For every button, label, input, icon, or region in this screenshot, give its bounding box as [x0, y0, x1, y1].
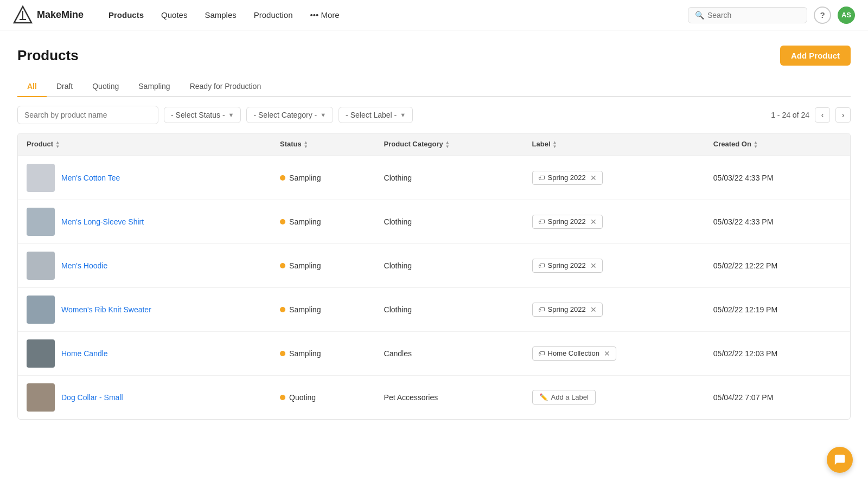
category-cell-4: Clothing [375, 287, 524, 331]
table-header-row: Product▲▼Status▲▼Product Category▲▼Label… [18, 133, 850, 156]
product-image [27, 383, 55, 412]
table-body: Men's Cotton Tee Sampling Clothing 🏷 Spr… [18, 156, 850, 419]
status-chevron-icon: ▼ [228, 112, 234, 118]
nav-item-production[interactable]: Production [246, 6, 301, 24]
th-created_on: Created On▲▼ [705, 133, 850, 156]
created-on-cell-3: 05/02/22 12:22 PM [705, 243, 850, 287]
product-cell-inner: Women's Rib Knit Sweater [27, 296, 263, 324]
search-input[interactable] [707, 11, 800, 20]
label-cell-4: 🏷 Spring 2022 ✕ [524, 287, 705, 331]
tab-quoting[interactable]: Quoting [82, 76, 129, 97]
pagination-next-button[interactable]: › [835, 107, 851, 123]
tag-icon: 🏷 [538, 174, 545, 182]
avatar[interactable]: AS [838, 7, 855, 24]
created-on-cell-4: 05/02/22 12:19 PM [705, 287, 850, 331]
product-name-link[interactable]: Men's Cotton Tee [61, 174, 120, 182]
category-filter[interactable]: - Select Category - ▼ [246, 107, 333, 123]
th-label: Label▲▼ [524, 133, 705, 156]
product-name-link[interactable]: Men's Long-Sleeve Shirt [61, 217, 144, 226]
label-remove-button[interactable]: ✕ [590, 217, 597, 226]
status-value: Sampling [280, 305, 367, 314]
label-text: Home Collection [548, 349, 599, 357]
product-cell-inner: Men's Hoodie [27, 252, 263, 280]
sort-icon-status[interactable]: ▲▼ [304, 140, 308, 149]
status-text: Sampling [289, 174, 321, 182]
page-title: Products [17, 47, 79, 64]
logo-icon [13, 5, 33, 25]
table-row: Home Candle Sampling Candles 🏷 Home Coll… [18, 331, 850, 375]
status-dot [280, 307, 285, 312]
pagination-prev-button[interactable]: ‹ [815, 107, 830, 123]
nav-item-samples[interactable]: Samples [197, 6, 244, 24]
status-dot [280, 263, 285, 268]
created-on-cell-2: 05/03/22 4:33 PM [705, 200, 850, 243]
product-image [27, 339, 55, 368]
tag-icon: 🏷 [538, 218, 545, 226]
product-cell-inner: Men's Cotton Tee [27, 164, 263, 192]
label-text: Spring 2022 [548, 261, 586, 269]
status-cell-1: Sampling [271, 156, 375, 200]
category-cell-2: Clothing [375, 200, 524, 243]
label-remove-button[interactable]: ✕ [590, 305, 597, 314]
product-name-link[interactable]: Men's Hoodie [61, 261, 107, 270]
label-text: Spring 2022 [548, 217, 586, 226]
label-tag: 🏷 Home Collection ✕ [532, 346, 616, 361]
status-dot [280, 351, 285, 356]
nav-item-more[interactable]: ••• More [303, 6, 347, 24]
label-remove-button[interactable]: ✕ [590, 261, 597, 270]
status-value: Sampling [280, 349, 367, 358]
product-cell-2: Men's Long-Sleeve Shirt [18, 200, 271, 243]
label-filter-label: - Select Label - [346, 111, 397, 119]
table-row: Men's Long-Sleeve Shirt Sampling Clothin… [18, 200, 850, 243]
label-remove-button[interactable]: ✕ [590, 174, 597, 182]
created-on-cell-5: 05/02/22 12:03 PM [705, 331, 850, 375]
nav-item-quotes[interactable]: Quotes [154, 6, 195, 24]
product-name-link[interactable]: Women's Rib Knit Sweater [61, 305, 151, 314]
category-filter-label: - Select Category - [253, 111, 317, 119]
tag-icon: 🏷 [538, 262, 545, 269]
label-remove-button[interactable]: ✕ [604, 349, 610, 358]
label-text: Spring 2022 [548, 174, 586, 182]
label-chevron-icon: ▼ [400, 112, 406, 118]
status-dot [280, 175, 285, 181]
logo[interactable]: MakeMine [13, 5, 84, 25]
table-row: Men's Hoodie Sampling Clothing 🏷 Spring … [18, 243, 850, 287]
label-tag: 🏷 Spring 2022 ✕ [532, 171, 603, 185]
sort-icon-label[interactable]: ▲▼ [553, 140, 557, 149]
tab-all[interactable]: All [17, 76, 47, 97]
category-cell-3: Clothing [375, 243, 524, 287]
status-filter-label: - Select Status - [171, 111, 225, 119]
status-cell-2: Sampling [271, 200, 375, 243]
status-cell-5: Sampling [271, 331, 375, 375]
help-button[interactable]: ? [814, 7, 831, 24]
products-table-wrap: Product▲▼Status▲▼Product Category▲▼Label… [17, 133, 851, 420]
product-name-link[interactable]: Dog Collar - Small [61, 393, 123, 402]
table-header: Product▲▼Status▲▼Product Category▲▼Label… [18, 133, 850, 156]
tab-ready[interactable]: Ready for Production [180, 76, 271, 97]
search-box[interactable]: 🔍 [688, 7, 807, 23]
sort-icon-product[interactable]: ▲▼ [55, 140, 60, 149]
product-search-input[interactable] [17, 106, 158, 124]
sort-icon-category[interactable]: ▲▼ [445, 140, 450, 149]
status-text: Sampling [289, 305, 321, 314]
add-label-button[interactable]: ✏️ Add a Label [532, 390, 596, 404]
label-cell-2: 🏷 Spring 2022 ✕ [524, 200, 705, 243]
product-image [27, 164, 55, 192]
status-value: Quoting [280, 393, 367, 402]
add-product-button[interactable]: Add Product [780, 46, 851, 66]
tag-icon: 🏷 [538, 306, 545, 313]
tab-draft[interactable]: Draft [47, 76, 82, 97]
nav-item-products[interactable]: Products [101, 6, 151, 24]
status-filter[interactable]: - Select Status - ▼ [164, 107, 241, 123]
created-on-cell-6: 05/04/22 7:07 PM [705, 375, 850, 419]
navbar-right: 🔍 ? AS [688, 7, 855, 24]
product-cell-4: Women's Rib Knit Sweater [18, 287, 271, 331]
page-header: Products Add Product [17, 46, 851, 66]
products-table: Product▲▼Status▲▼Product Category▲▼Label… [18, 133, 850, 419]
label-filter[interactable]: - Select Label - ▼ [339, 107, 413, 123]
sort-icon-created_on[interactable]: ▲▼ [754, 140, 758, 149]
product-name-link[interactable]: Home Candle [61, 349, 108, 358]
status-dot [280, 219, 285, 224]
pencil-icon: ✏️ [539, 393, 548, 401]
tab-sampling[interactable]: Sampling [129, 76, 180, 97]
